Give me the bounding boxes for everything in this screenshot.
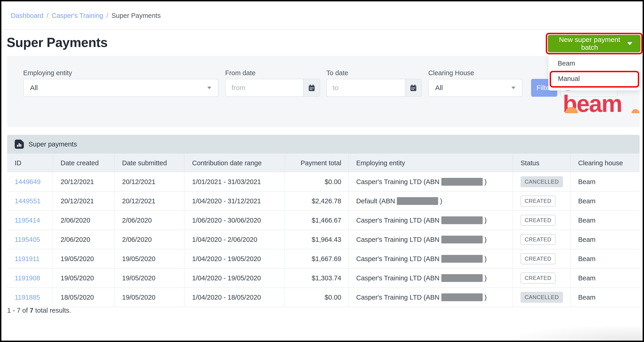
chevron-down-icon <box>627 42 632 45</box>
date-submitted-cell: 2/06/2020 <box>114 211 184 230</box>
status-cell: CREATED <box>513 191 570 211</box>
payment-id-link[interactable]: 1449551 <box>7 191 53 211</box>
table-row: 1191908 19/05/2020 19/05/2020 1/04/2020 … <box>7 268 640 288</box>
clearing-house-cell: Beam <box>570 249 640 268</box>
new-super-payment-batch-button[interactable]: New super payment batch <box>548 35 640 52</box>
contribution-range-cell: 1/01/2021 - 31/03/2021 <box>184 172 285 191</box>
payment-total-cell: $1,667.69 <box>285 249 348 268</box>
from-date-group <box>225 79 320 97</box>
breadcrumb: Dashboard / Casper's Training / Super Pa… <box>11 12 161 19</box>
status-cell: CREATED <box>513 268 570 288</box>
abn-redaction-block <box>441 216 483 224</box>
to-date-label: To date <box>326 69 348 77</box>
chevron-down-icon <box>511 87 516 89</box>
clearing-house-label: Clearing House <box>428 69 474 77</box>
contribution-range-cell: 1/04/2020 - 19/05/2020 <box>184 268 285 288</box>
payment-total-cell: $0.00 <box>285 172 348 191</box>
employing-entity-cell: Casper's Training LTD (ABN) <box>348 211 513 230</box>
col-header-date-created: Date created <box>53 154 114 172</box>
status-badge: CREATED <box>520 253 556 264</box>
date-submitted-cell: 20/12/2021 <box>114 172 184 191</box>
col-header-total: Payment total <box>285 154 348 172</box>
payment-id-link[interactable]: 1449649 <box>7 172 53 191</box>
clearing-house-cell: Beam <box>570 230 640 249</box>
new-batch-dropdown-menu: Beam Manual <box>548 54 640 91</box>
employing-entity-select[interactable]: All <box>23 79 218 97</box>
contribution-range-cell: 1/04/2020 - 31/12/2021 <box>184 191 285 211</box>
payment-id-link[interactable]: 1195414 <box>7 211 53 230</box>
table-header-row: ID Date created Date submitted Contribut… <box>7 154 640 172</box>
status-cell: CANCELLED <box>513 172 570 191</box>
col-header-entity: Employing entity <box>348 154 513 172</box>
annotation-box-new-batch: New super payment batch <box>546 33 642 54</box>
from-date-calendar-button[interactable] <box>303 79 320 96</box>
payment-total-cell: $1,964.43 <box>285 230 348 249</box>
status-badge: CANCELLED <box>520 176 563 187</box>
payment-id-link[interactable]: 1195405 <box>7 230 53 249</box>
abn-redaction-block <box>441 178 483 186</box>
status-cell: CANCELLED <box>513 288 570 307</box>
employing-entity-cell: Default (ABN) <box>348 191 513 211</box>
dropdown-item-beam[interactable]: Beam <box>548 57 640 70</box>
date-submitted-cell: 20/12/2021 <box>114 191 184 211</box>
payment-id-link[interactable]: 1191885 <box>7 288 53 307</box>
abn-redaction-block <box>397 197 438 205</box>
clearing-house-value: All <box>435 84 443 92</box>
date-created-cell: 18/05/2020 <box>53 288 114 307</box>
status-cell: CREATED <box>513 249 570 268</box>
calendar-icon <box>308 84 316 92</box>
date-created-cell: 2/06/2020 <box>53 230 114 249</box>
status-badge: CREATED <box>520 195 556 206</box>
page-title: Super Payments <box>7 35 108 50</box>
status-cell: CREATED <box>513 230 570 249</box>
payment-total-cell: $1,303.74 <box>285 268 348 288</box>
clearing-house-cell: Beam <box>570 268 640 288</box>
payment-id-link[interactable]: 1191911 <box>7 249 53 268</box>
to-date-calendar-button[interactable] <box>405 79 422 96</box>
employing-entity-cell: Casper's Training LTD (ABN) <box>348 249 513 268</box>
table-row: 1191885 18/05/2020 19/05/2020 1/04/2020 … <box>7 288 640 307</box>
from-date-input[interactable] <box>226 79 303 96</box>
employing-entity-value: All <box>30 84 38 92</box>
contribution-range-cell: 1/06/2020 - 30/06/2020 <box>184 211 285 230</box>
date-submitted-cell: 19/05/2020 <box>114 288 184 307</box>
results-summary: 1 - 7 of 7 total results. <box>7 307 71 314</box>
payment-total-cell: $1,466.67 <box>285 211 348 230</box>
new-super-payment-batch-label: New super payment batch <box>556 36 623 51</box>
dropdown-item-manual[interactable]: Manual <box>550 71 639 88</box>
payment-id-link[interactable]: 1191908 <box>7 268 53 288</box>
status-badge: CREATED <box>520 234 556 245</box>
employing-entity-cell: Casper's Training LTD (ABN) <box>348 268 513 288</box>
table-row: 1195405 2/06/2020 2/06/2020 1/04/2020 - … <box>7 230 640 249</box>
calendar-icon <box>410 84 417 92</box>
header-divider <box>2 29 642 30</box>
from-date-label: From date <box>225 69 256 77</box>
date-submitted-cell: 2/06/2020 <box>114 230 184 249</box>
panel-title: Super payments <box>28 141 77 148</box>
breadcrumb-dashboard-link[interactable]: Dashboard <box>11 12 44 19</box>
date-created-cell: 20/12/2021 <box>53 172 114 191</box>
status-badge: CREATED <box>520 215 556 226</box>
date-created-cell: 20/12/2021 <box>53 191 114 211</box>
corner-smudge <box>505 325 642 341</box>
clearing-house-select[interactable]: All <box>428 79 522 97</box>
payment-total-cell: $2,426.78 <box>285 191 348 211</box>
beam-logo: beam <box>563 89 632 119</box>
col-header-date-submitted: Date submitted <box>114 154 184 172</box>
chevron-down-icon <box>207 87 212 89</box>
clearing-house-cell: Beam <box>570 288 640 307</box>
super-payments-panel: Super payments ID Date created Date subm… <box>7 135 640 307</box>
super-payments-page: Dashboard / Casper's Training / Super Pa… <box>0 0 644 342</box>
status-badge: CREATED <box>520 273 556 284</box>
date-created-cell: 19/05/2020 <box>53 268 114 288</box>
breadcrumb-business-link[interactable]: Casper's Training <box>52 12 103 19</box>
to-date-input[interactable] <box>327 79 405 96</box>
employing-entity-cell: Casper's Training LTD (ABN) <box>348 172 513 191</box>
date-created-cell: 19/05/2020 <box>53 249 114 268</box>
clearing-house-cell: Beam <box>570 172 640 191</box>
col-header-range: Contribution date range <box>184 154 285 172</box>
breadcrumb-separator: / <box>46 12 48 19</box>
clearing-house-cell: Beam <box>570 191 640 211</box>
breadcrumb-current: Super Payments <box>112 12 161 19</box>
beam-logo-text: beam <box>563 89 632 119</box>
